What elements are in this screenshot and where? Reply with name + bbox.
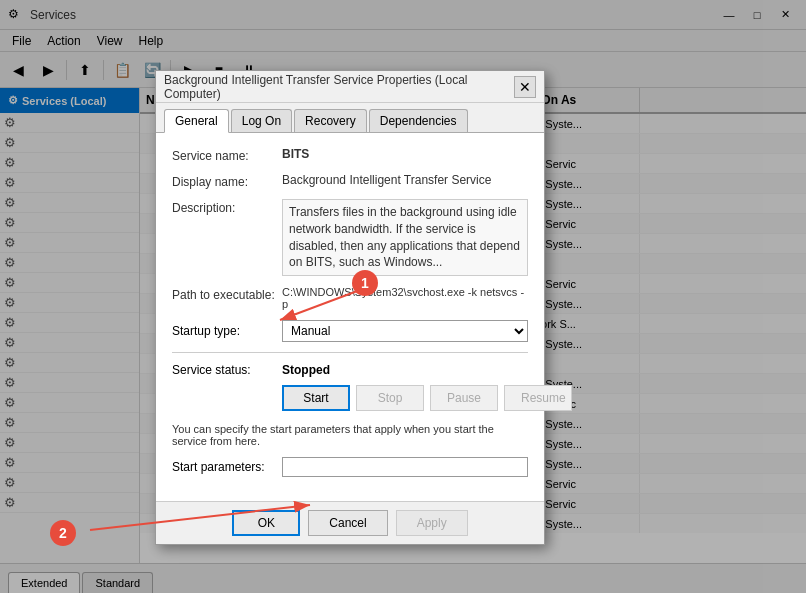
divider — [172, 352, 528, 353]
dialog-tab-dependencies[interactable]: Dependencies — [369, 109, 468, 132]
path-row: Path to executable: C:\WINDOWS\System32\… — [172, 286, 528, 310]
cancel-button[interactable]: Cancel — [308, 510, 387, 536]
dialog-tab-recovery[interactable]: Recovery — [294, 109, 367, 132]
dialog-overlay: Background Intelligent Transfer Service … — [0, 0, 806, 593]
startup-type-row: Startup type: Manual Automatic Automatic… — [172, 320, 528, 342]
service-name-label: Service name: — [172, 147, 282, 163]
resume-button[interactable]: Resume — [504, 385, 572, 411]
hint-text: You can specify the start parameters tha… — [172, 423, 528, 447]
dialog-tabs: General Log On Recovery Dependencies — [156, 103, 544, 133]
pause-button[interactable]: Pause — [430, 385, 498, 411]
dialog-footer: OK Cancel Apply — [156, 501, 544, 544]
service-properties-dialog: Background Intelligent Transfer Service … — [155, 70, 545, 545]
service-status-value: Stopped — [282, 363, 330, 377]
display-name-row: Display name: Background Intelligent Tra… — [172, 173, 528, 189]
service-name-value: BITS — [282, 147, 528, 161]
dialog-title: Background Intelligent Transfer Service … — [164, 73, 514, 101]
path-value: C:\WINDOWS\System32\svchost.exe -k netsv… — [282, 286, 528, 310]
start-button[interactable]: Start — [282, 385, 350, 411]
service-name-row: Service name: BITS — [172, 147, 528, 163]
startup-type-select[interactable]: Manual Automatic Automatic (Delayed Star… — [282, 320, 528, 342]
service-status-row: Service status: Stopped — [172, 363, 528, 377]
start-params-row: Start parameters: — [172, 457, 528, 477]
dialog-content: Service name: BITS Display name: Backgro… — [156, 133, 544, 501]
stop-button[interactable]: Stop — [356, 385, 424, 411]
display-name-value: Background Intelligent Transfer Service — [282, 173, 528, 187]
start-params-label: Start parameters: — [172, 460, 282, 474]
ok-button[interactable]: OK — [232, 510, 300, 536]
service-buttons: Start Stop Pause Resume — [282, 385, 528, 411]
dialog-tab-general[interactable]: General — [164, 109, 229, 133]
description-label: Description: — [172, 199, 282, 215]
dialog-tab-logon[interactable]: Log On — [231, 109, 292, 132]
display-name-label: Display name: — [172, 173, 282, 189]
description-row: Description: Transfers files in the back… — [172, 199, 528, 276]
apply-button[interactable]: Apply — [396, 510, 468, 536]
path-label: Path to executable: — [172, 286, 282, 302]
service-status-label: Service status: — [172, 363, 282, 377]
start-params-input[interactable] — [282, 457, 528, 477]
dialog-title-bar: Background Intelligent Transfer Service … — [156, 71, 544, 103]
startup-type-label: Startup type: — [172, 324, 282, 338]
description-value[interactable]: Transfers files in the background using … — [282, 199, 528, 276]
dialog-close-button[interactable]: ✕ — [514, 76, 536, 98]
